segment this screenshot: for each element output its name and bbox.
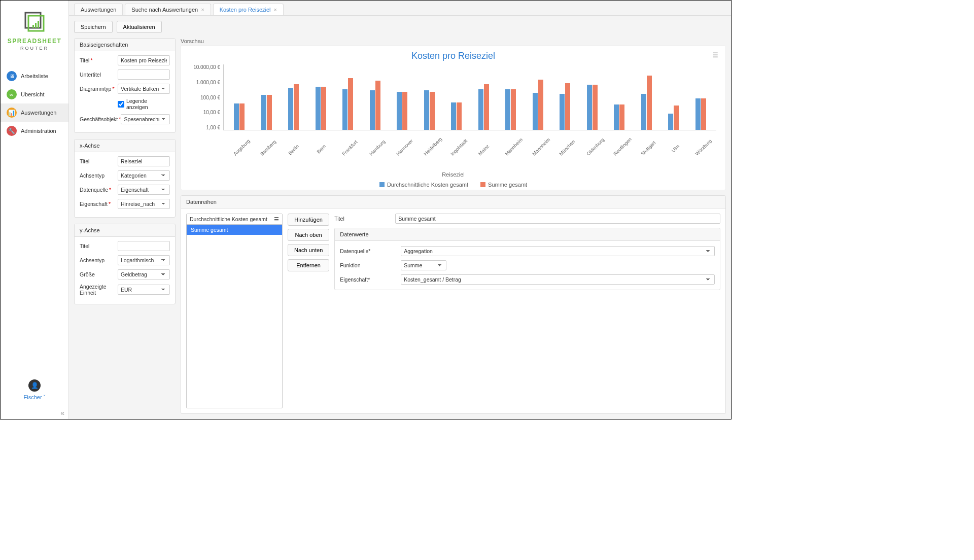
- input-y-title[interactable]: [118, 241, 170, 251]
- label-x-title: Titel: [80, 158, 118, 164]
- close-icon[interactable]: ×: [201, 7, 204, 13]
- select-bizobj[interactable]: Spesenabrechnung: [121, 114, 170, 124]
- bar: [424, 90, 429, 130]
- select-x-source[interactable]: Eigenschaft: [118, 185, 170, 195]
- save-button[interactable]: Speichern: [74, 21, 113, 33]
- label-subtitle: Untertitel: [80, 72, 118, 78]
- input-x-title[interactable]: [118, 156, 170, 166]
- bar-group: [587, 85, 598, 130]
- add-series-button[interactable]: Hinzufügen: [288, 214, 329, 226]
- select-x-type[interactable]: Kategorien: [118, 170, 170, 181]
- select-charttype[interactable]: Vertikale Balken: [118, 84, 170, 94]
- series-item[interactable]: Summe gesamt: [187, 225, 282, 235]
- bar: [234, 103, 239, 130]
- move-down-button[interactable]: Nach unten: [288, 244, 329, 256]
- bars-icon: 📊: [7, 108, 17, 118]
- select-y-size[interactable]: Geldbetrag: [118, 269, 170, 279]
- bar-group: [370, 81, 380, 130]
- input-title[interactable]: [118, 55, 170, 65]
- select-ds-func[interactable]: Summe: [401, 260, 446, 270]
- bar: [674, 106, 679, 130]
- legend-item: Summe gesamt: [480, 182, 527, 188]
- select-ds-prop[interactable]: Kosten_gesamt / Betrag: [401, 274, 715, 285]
- bar: [430, 92, 435, 130]
- label-ds-source: Datenquelle*: [340, 248, 396, 254]
- series-list-header[interactable]: Durchschnittliche Kosten gesamt☰: [187, 214, 282, 225]
- label-x-type: Achsentyp: [80, 172, 118, 179]
- bar-group: [288, 84, 299, 130]
- select-x-prop[interactable]: Hinreise_nach: [118, 199, 170, 209]
- label-ds-func: Funktion: [340, 262, 396, 268]
- series-list: Durchschnittliche Kosten gesamt☰ Summe g…: [186, 214, 283, 408]
- input-series-title[interactable]: [395, 214, 720, 224]
- chart-plot: [223, 64, 716, 130]
- bar-group: [614, 104, 624, 130]
- close-icon[interactable]: ×: [274, 7, 277, 13]
- y-tick: 10,00 €: [190, 110, 220, 115]
- bar-group: [533, 80, 543, 130]
- nav-label: Übersicht: [21, 91, 44, 97]
- brand-sub: ROUTER: [6, 46, 63, 51]
- refresh-button[interactable]: Aktualisieren: [117, 21, 162, 33]
- bar-group: [342, 78, 353, 130]
- remove-series-button[interactable]: Entfernen: [288, 259, 329, 271]
- logo-icon: [22, 10, 47, 34]
- bar: [619, 104, 624, 130]
- nav: 🖥Arbeitsliste ∞Übersicht 📊Auswertungen 🔧…: [1, 67, 68, 373]
- bar-group: [478, 84, 489, 130]
- label-y-size: Größe: [80, 271, 118, 277]
- tab-label: Kosten pro Reiseziel: [220, 7, 271, 13]
- checkbox-legend[interactable]: [118, 101, 124, 108]
- chart-title: Kosten pro Reiseziel: [190, 51, 716, 61]
- user-avatar-icon: 👤: [28, 379, 41, 392]
- subpanel-header: Datenwerte: [335, 228, 720, 241]
- tab-label: Suche nach Auswertungen: [131, 7, 198, 13]
- nav-auswertungen[interactable]: 📊Auswertungen: [1, 103, 68, 122]
- bar: [593, 85, 598, 130]
- wrench-icon: 🔧: [7, 126, 17, 136]
- nav-arbeitsliste[interactable]: 🖥Arbeitsliste: [1, 67, 68, 85]
- svg-rect-2: [32, 25, 34, 28]
- tab-kosten[interactable]: Kosten pro Reiseziel×: [213, 4, 284, 15]
- brand-main: SPREADSHEET: [6, 38, 63, 45]
- tab-auswertungen[interactable]: Auswertungen: [74, 4, 123, 15]
- bar-group: [451, 102, 462, 130]
- label-bizobj: Geschäftsobjekt*: [80, 116, 121, 122]
- move-up-button[interactable]: Nach oben: [288, 229, 329, 241]
- bar: [239, 103, 245, 130]
- bar: [560, 94, 565, 130]
- nav-administration[interactable]: 🔧Administration: [1, 122, 68, 140]
- select-ds-source[interactable]: Aggregation: [401, 246, 715, 256]
- legend-label: Durchschnittliche Kosten gesamt: [387, 182, 468, 188]
- bar-group: [397, 92, 407, 130]
- bar: [370, 90, 375, 130]
- bar: [668, 114, 673, 130]
- bar: [533, 93, 538, 130]
- bar: [614, 104, 619, 130]
- legend-label: Summe gesamt: [488, 182, 527, 188]
- select-y-unit[interactable]: EUR: [118, 285, 170, 295]
- bar: [538, 80, 543, 130]
- swatch-icon: [480, 182, 485, 187]
- bar: [505, 89, 510, 130]
- collapse-sidebar-button[interactable]: «: [1, 407, 68, 419]
- user-block[interactable]: 👤 Fischer ˇ: [1, 373, 68, 407]
- panel-basic: Basiseigenschaften Titel* Untertitel Dia…: [74, 38, 176, 133]
- tab-suche[interactable]: Suche nach Auswertungen×: [125, 4, 211, 15]
- panel-header: y-Achse: [75, 224, 175, 237]
- bar: [288, 88, 293, 130]
- nav-label: Arbeitsliste: [21, 73, 48, 79]
- bar: [695, 98, 701, 130]
- chart-menu-icon[interactable]: ☰: [713, 52, 718, 59]
- bar: [267, 95, 272, 130]
- panel-dataseries: Datenreihen Durchschnittliche Kosten ges…: [181, 195, 726, 414]
- bar: [397, 92, 402, 130]
- select-y-type[interactable]: Logarithmisch: [118, 255, 170, 265]
- bar: [641, 94, 646, 130]
- menu-icon[interactable]: ☰: [274, 216, 279, 222]
- nav-uebersicht[interactable]: ∞Übersicht: [1, 85, 68, 103]
- panel-header: Basiseigenschaften: [75, 39, 175, 51]
- monitor-icon: 🖥: [7, 71, 17, 81]
- bar: [261, 95, 266, 130]
- input-subtitle[interactable]: [118, 69, 170, 80]
